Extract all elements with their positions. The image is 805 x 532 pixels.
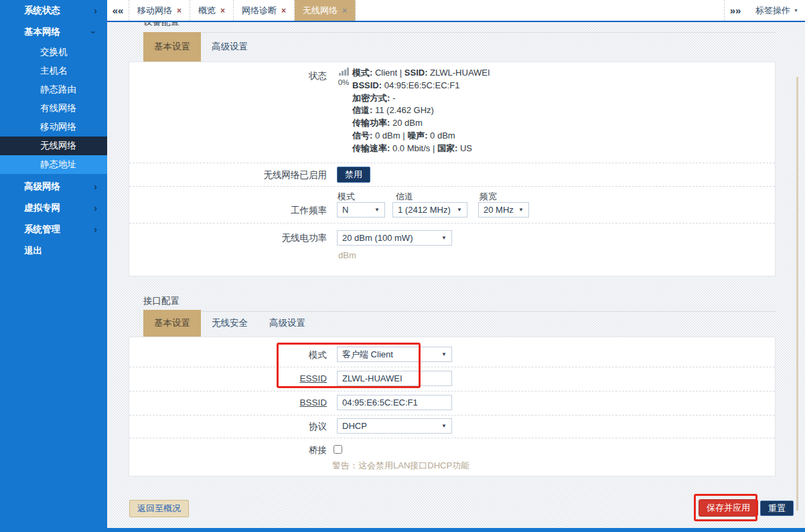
device-config-card: 状态 0% 模式: Client | SSID: ZLWL-HUAWEI BSS… [129,62,776,276]
tab-wireless-network[interactable]: 无线网络 × [295,0,356,21]
tag-operations-label: 标签操作 [755,5,790,17]
bridge-label: 桥接 [129,444,327,456]
sidebar-item-advanced-network[interactable]: 高级网络 › [0,176,107,197]
essid-input[interactable] [337,371,452,386]
sidebar-item-label: 主机名 [40,66,68,76]
sidebar-item-vpn[interactable]: 虚拟专网 › [0,197,107,219]
width-select-value: 20 MHz [484,205,514,215]
device-tab-basic-settings[interactable]: 基本设置 [143,32,201,62]
mode-select[interactable]: N ▼ [337,202,385,217]
channel-select-value: 1 (2412 MHz) [398,205,451,215]
device-tab-advanced-settings[interactable]: 高级设置 [201,32,259,62]
sidebar-item-static-route[interactable]: 静态路由 [0,80,107,99]
interface-config-card: 模式 客户端 Client ▼ ESSID BSSID 协议 DHCP ▼ 桥接 [129,337,776,476]
sidebar-item-static-address[interactable]: 静态地址 [0,155,107,174]
double-arrow-left-icon: « [118,5,123,16]
essid-label[interactable]: ESSID [129,373,327,383]
tag-operations-dropdown[interactable]: 标签操作 ▼ [746,0,805,21]
bssid-label[interactable]: BSSID [129,397,327,408]
radio-power-label: 无线电功率 [129,232,327,244]
operating-frequency-label: 工作频率 [129,205,327,217]
sidebar-item-mobile-network[interactable]: 移动网络 [0,118,107,137]
sidebar-item-label: 无线网络 [40,141,76,151]
caret-down-icon: ▼ [374,207,380,213]
radio-power-select-value: 20 dBm (100 mW) [342,233,413,243]
interface-mode-select-value: 客户端 Client [342,349,393,361]
wireless-enabled-row: 无线网络已启用 禁用 [129,163,775,186]
sidebar-item-label: 基本网络 [24,27,60,37]
reset-button[interactable]: 重置 [760,501,794,516]
interface-tab-advanced-settings[interactable]: 高级设置 [259,310,316,337]
double-arrow-right-icon: » [730,5,735,16]
radio-power-select[interactable]: 20 dBm (100 mW) ▼ [337,230,452,246]
close-icon[interactable]: × [177,6,181,15]
status-line: 传输速率: 0.0 Mbit/s | 国家: US [352,143,490,155]
sidebar-item-system-status[interactable]: 系统状态 › [0,0,107,21]
protocol-label: 协议 [129,421,327,433]
radio-power-row: 无线电功率 20 dBm (100 mW) ▼ dBm [129,223,775,277]
disable-button[interactable]: 禁用 [337,167,370,183]
mode-select-value: N [342,205,348,215]
interface-config-title: 接口配置 [143,295,179,307]
caret-down-icon: ▼ [441,351,447,357]
sidebar-item-basic-network[interactable]: 基本网络 › [0,21,107,43]
tabs-scroll-right-button[interactable]: »» [724,0,746,21]
sidebar-item-wired-network[interactable]: 有线网络 [0,99,107,118]
tab-label: 概览 [198,5,216,17]
sidebar-item-label: 移动网络 [40,122,76,132]
protocol-select[interactable]: DHCP ▼ [337,418,452,434]
caret-down-icon: ▼ [457,207,462,213]
interface-mode-select[interactable]: 客户端 Client ▼ [337,347,452,362]
scrollbar-track[interactable] [796,77,798,511]
chevron-right-icon: › [94,176,97,197]
tab-overview[interactable]: 概览 × [190,0,234,21]
double-arrow-right-icon: » [735,5,741,16]
mode-column-header: 模式 [338,191,355,203]
status-line: BSSID: 04:95:E6:5C:EC:F1 [352,80,490,92]
tabs-scroll-left-button[interactable]: «« [107,0,129,21]
bridge-checkbox[interactable] [334,445,342,454]
chevron-right-icon: › [94,197,97,219]
status-lines: 模式: Client | SSID: ZLWL-HUAWEI BSSID: 04… [352,67,490,155]
mode-row: 模式 客户端 Client ▼ [129,337,775,367]
sidebar-item-label: 有线网络 [40,103,76,113]
close-icon[interactable]: × [220,6,225,15]
status-line: 信道: 11 (2.462 GHz) [352,104,490,117]
chevron-down-icon: › [84,31,105,34]
tab-bar: «« 移动网络 × 概览 × 网络诊断 × 无线网络 × »» 标签操作 ▼ [107,0,805,22]
tab-mobile-network[interactable]: 移动网络 × [129,0,190,21]
close-icon[interactable]: × [342,6,347,15]
wireless-enabled-label: 无线网络已启用 [129,169,327,181]
caret-down-icon: ▼ [441,235,447,241]
bssid-input[interactable] [337,395,452,410]
tab-network-diagnostics[interactable]: 网络诊断 × [234,0,295,21]
sidebar-item-hostname[interactable]: 主机名 [0,62,107,80]
sidebar-item-system-management[interactable]: 系统管理 › [0,219,107,240]
width-column-header: 频宽 [480,191,497,203]
protocol-row: 协议 DHCP ▼ [129,415,775,438]
radio-power-unit-hint: dBm [338,250,356,260]
interface-tab-wireless-security[interactable]: 无线安全 [201,310,259,337]
sidebar-item-label: 系统状态 [24,5,60,15]
status-line: 模式: Client | SSID: ZLWL-HUAWEI [352,67,490,80]
mode-label: 模式 [129,349,327,361]
sidebar-item-wireless-network[interactable]: 无线网络 [0,137,107,155]
sidebar-item-label: 静态地址 [40,159,76,169]
caret-down-icon: ▼ [518,207,524,213]
sidebar-item-switch[interactable]: 交换机 [0,43,107,62]
channel-select[interactable]: 1 (2412 MHz) ▼ [392,202,467,217]
width-select[interactable]: 20 MHz ▼ [478,202,529,217]
device-config-title: 设备配置 [143,22,179,28]
interface-tab-basic-settings[interactable]: 基本设置 [143,310,201,337]
sidebar-item-label: 系统管理 [24,224,60,234]
tab-label: 移动网络 [137,5,172,17]
back-to-overview-button[interactable]: 返回至概况 [129,500,189,517]
close-icon[interactable]: × [281,6,286,15]
save-and-apply-button[interactable]: 保存并应用 [699,499,758,517]
signal-strength-icon: 0% [335,68,352,86]
sidebar-item-label: 静态路由 [40,84,76,94]
bottom-accent-bar [0,528,805,532]
sidebar: 系统状态 › 基本网络 › 交换机 主机名 静态路由 有线网络 移动网络 无线网… [0,0,107,532]
chevron-right-icon: › [94,219,97,240]
sidebar-item-logout[interactable]: 退出 [0,240,107,262]
